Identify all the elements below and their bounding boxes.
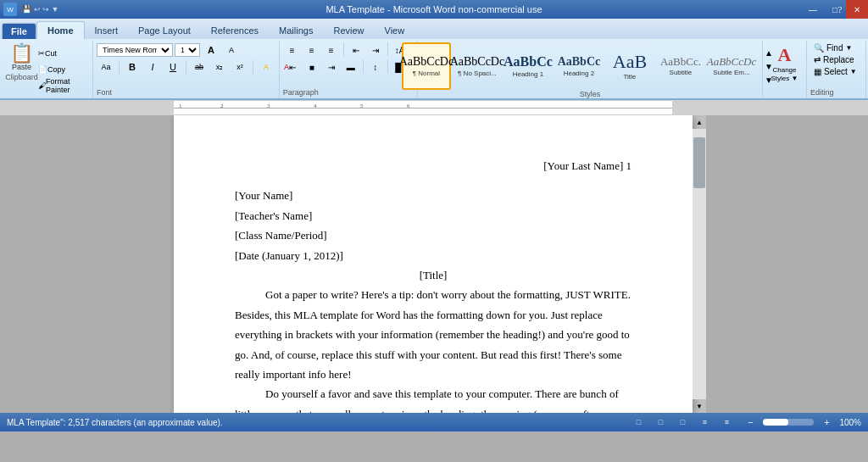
- clipboard-col: ✂ Cut 📄 Copy 🖌 Format Painter: [38, 46, 89, 93]
- paragraph3: Do yourself a favor and save this templa…: [235, 384, 632, 413]
- change-styles-icon: A: [778, 44, 792, 66]
- tab-home[interactable]: Home: [36, 21, 85, 39]
- clear-format-button[interactable]: Aa: [97, 59, 115, 75]
- scroll-track[interactable]: [693, 129, 706, 399]
- help-button[interactable]: ?: [831, 0, 849, 19]
- scroll-down-arrow[interactable]: ▼: [693, 399, 706, 413]
- font-group: Times New Rom 12 A A Aa B I U ab x₂ x² A…: [93, 41, 280, 98]
- font-name-select[interactable]: Times New Rom: [97, 43, 173, 57]
- doc-title: [Title]: [235, 265, 632, 285]
- find-button[interactable]: 🔍 Find ▼: [810, 42, 860, 53]
- increase-font-button[interactable]: A: [202, 42, 220, 58]
- paste-icon: 📋: [10, 44, 33, 63]
- line-spacing-button[interactable]: ↕: [366, 59, 385, 75]
- class-name-line: [Class Name/Period]: [235, 225, 632, 245]
- scroll-up-arrow[interactable]: ▲: [693, 115, 706, 129]
- view-web-button[interactable]: □: [673, 415, 692, 430]
- underline-button[interactable]: U: [164, 59, 182, 75]
- ruler-right-margin: [672, 100, 854, 115]
- copy-button[interactable]: 📄 Copy: [38, 62, 89, 77]
- ruler-main: 1 2 3 4 5 6: [174, 100, 672, 115]
- strikethrough-button[interactable]: ab: [190, 59, 209, 75]
- ruler-tick1: 1: [179, 103, 182, 109]
- document-page[interactable]: [Your Last Name] 1 [Your Name] [Teacher'…: [174, 115, 693, 413]
- tab-mailings[interactable]: Mailings: [269, 22, 323, 39]
- ruler-tick4: 4: [314, 103, 317, 109]
- view-outline-button[interactable]: ≡: [695, 415, 714, 430]
- title-bar-icons: W 💾 ↩ ↪ ▼: [3, 3, 58, 16]
- numbering-button[interactable]: ≡: [303, 42, 321, 58]
- increase-indent-button[interactable]: ⇥: [366, 42, 385, 58]
- date-line: [Date (January 1, 2012)]: [235, 246, 632, 265]
- styles-group-label: Styles: [580, 90, 601, 100]
- tab-references[interactable]: References: [201, 22, 269, 39]
- style-subtle-em[interactable]: AaBbCcDc Subtle Em...: [707, 42, 756, 90]
- multilevel-button[interactable]: ≡: [322, 42, 341, 58]
- align-center-button[interactable]: ■: [303, 59, 321, 75]
- align-right-button[interactable]: ⇥: [322, 59, 341, 75]
- format-painter-button[interactable]: 🖌 Format Painter: [38, 78, 89, 93]
- select-button[interactable]: ▦ Select ▼: [810, 66, 860, 77]
- superscript-button[interactable]: x²: [231, 59, 249, 75]
- view-buttons: □ □ □ ≡ ≡: [629, 415, 736, 430]
- tab-page-layout[interactable]: Page Layout: [128, 22, 201, 39]
- style-normal-preview: AaBbCcDc: [399, 56, 454, 68]
- paragraph-group: ≡ ≡ ≡ ⇤ ⇥ ↕A ¶ ⇤ ■ ⇥ ▬ ↕ █ ▦ Paragraph: [280, 41, 418, 98]
- ruler-tick6: 6: [407, 103, 410, 109]
- zoom-control: − + 100%: [741, 415, 861, 430]
- para-divider1: [343, 42, 344, 56]
- ruler-tick2: 2: [220, 103, 224, 109]
- paragraph2: Besides, this MLA template for Word has …: [235, 305, 632, 385]
- decrease-indent-button[interactable]: ⇤: [347, 42, 365, 58]
- align-left-button[interactable]: ⇤: [283, 59, 302, 75]
- para-divider4: [387, 59, 388, 73]
- scrollbar-vertical: ▲ ▼: [693, 115, 706, 413]
- bold-button[interactable]: B: [123, 59, 142, 75]
- replace-icon: ⇄: [814, 55, 821, 64]
- zoom-out-button[interactable]: −: [741, 415, 760, 430]
- style-normal[interactable]: AaBbCcDc ¶ Normal: [402, 42, 451, 90]
- view-draft-button[interactable]: ≡: [717, 415, 736, 430]
- zoom-in-button[interactable]: +: [817, 415, 836, 430]
- bullets-button[interactable]: ≡: [283, 42, 302, 58]
- change-styles-group: A ChangeStyles ▼: [763, 41, 807, 98]
- view-print-button[interactable]: □: [629, 415, 648, 430]
- replace-button[interactable]: ⇄ Replace: [810, 54, 860, 65]
- ruler: 1 2 3 4 5 6: [0, 100, 868, 115]
- tab-view[interactable]: View: [375, 22, 415, 39]
- font-size-select[interactable]: 12: [175, 43, 200, 57]
- zoom-slider-fill: [763, 419, 788, 426]
- zoom-level: 100%: [839, 418, 861, 427]
- decrease-font-button[interactable]: A: [222, 42, 241, 58]
- zoom-slider[interactable]: [763, 419, 814, 426]
- style-heading1[interactable]: AaBbCc Heading 1: [504, 42, 553, 90]
- ribbon-tabs: File Home Insert Page Layout References …: [0, 19, 868, 39]
- view-fullscreen-button[interactable]: □: [651, 415, 670, 430]
- clipboard-label: Clipboard: [5, 73, 38, 83]
- ruler-tick3: 3: [267, 103, 270, 109]
- change-styles-button[interactable]: A ChangeStyles ▼: [764, 42, 804, 84]
- style-subtitle[interactable]: AaBbCc. Subtitle: [656, 42, 705, 90]
- select-icon: ▦: [814, 67, 821, 76]
- ruler-left-margin: [0, 100, 174, 115]
- font-divider3: [253, 60, 253, 74]
- text-highlight-button[interactable]: A: [257, 59, 275, 75]
- status-info: MLA Template": 2,517 characters (an appr…: [7, 418, 223, 427]
- style-title[interactable]: AaB Title: [605, 42, 654, 90]
- tab-insert[interactable]: Insert: [85, 22, 129, 39]
- style-no-spacing-label: ¶ No Spaci...: [458, 70, 497, 77]
- minimize-button[interactable]: —: [802, 0, 824, 19]
- subscript-button[interactable]: x₂: [210, 59, 229, 75]
- style-no-spacing[interactable]: AaBbCcDc ¶ No Spaci...: [453, 42, 502, 90]
- paste-button[interactable]: 📋 Paste: [5, 42, 38, 73]
- justify-button[interactable]: ▬: [342, 59, 360, 75]
- tab-review[interactable]: Review: [323, 22, 374, 39]
- your-name-line: [Your Name]: [235, 186, 632, 205]
- paragraph1: Got a paper to write? Here's a tip: don'…: [235, 285, 632, 304]
- italic-button[interactable]: I: [143, 59, 162, 75]
- title-bar: W 💾 ↩ ↪ ▼ MLA Template - Microsoft Word …: [0, 0, 868, 19]
- scroll-thumb: [693, 137, 705, 188]
- tab-file[interactable]: File: [2, 23, 36, 39]
- cut-button[interactable]: ✂ Cut: [38, 46, 89, 61]
- style-heading2[interactable]: AaBbCc Heading 2: [554, 42, 604, 90]
